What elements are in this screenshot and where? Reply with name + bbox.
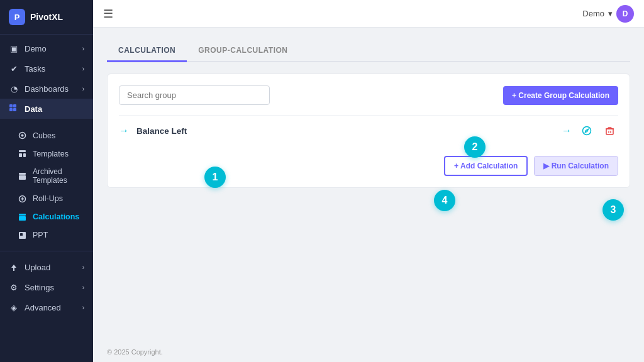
dropdown-icon: ▾ [608,9,613,18]
advanced-icon: ◈ [9,303,19,313]
svg-rect-12 [19,214,26,216]
logo-text: PivotXL [30,12,63,22]
sidebar-item-calculations-label: Calculations [33,212,79,221]
svg-rect-9 [19,173,26,175]
svg-rect-6 [19,150,26,152]
bubble-3: 3 [602,199,624,221]
sidebar-item-templates-label: Templates [33,150,69,158]
svg-rect-0 [9,104,13,107]
settings-icon: ⚙ [9,283,19,293]
chevron-icon: › [82,264,84,271]
sidebar-item-settings-label: Settings [25,283,54,292]
delete-calculation-button[interactable] [601,122,618,140]
chevron-icon: › [82,65,84,72]
svg-point-5 [21,134,24,137]
footer-copyright: © 2025 Copyright. [93,342,644,362]
edit-calculation-button[interactable] [578,122,596,140]
chevron-icon: › [82,284,84,291]
sidebar-main-items: ▣ Demo › ✔ Tasks › ◔ Dashboards › Data [0,35,93,123]
roll-ups-icon [18,194,27,204]
sidebar-item-upload[interactable]: Upload › [0,258,93,278]
chevron-icon: › [82,85,84,92]
content-wrapper: 1 2 3 4 + Create Group Calculation → Bal… [107,74,630,188]
svg-rect-2 [13,104,16,107]
bubble-2: 2 [464,136,486,158]
user-menu[interactable]: Demo ▾ D [582,5,634,23]
sidebar-item-dashboards[interactable]: ◔ Dashboards › [0,79,93,99]
sidebar-bottom-items: Upload › ⚙ Settings › ◈ Advanced › [0,254,93,322]
sidebar-item-roll-ups-label: Roll-Ups [33,194,63,203]
bubble-4: 4 [434,190,455,211]
sidebar: P PivotXL ▣ Demo › ✔ Tasks › ◔ Dashboard… [0,0,93,362]
svg-rect-17 [606,129,613,134]
calculation-card: + Create Group Calculation → Balance Lef… [107,74,630,188]
row-actions: → [562,122,618,140]
tab-calculation[interactable]: CALCULATION [107,40,187,62]
svg-rect-7 [19,153,22,157]
upload-icon [9,263,19,273]
sidebar-item-demo-label: Demo [25,44,47,53]
divider [0,251,93,251]
archived-templates-icon [18,172,27,181]
arrow-icon-2: → [562,125,572,136]
calculations-icon [18,212,27,222]
templates-icon [18,149,27,158]
sidebar-item-settings[interactable]: ⚙ Settings › [0,278,93,298]
sidebar-item-demo[interactable]: ▣ Demo › [0,38,93,58]
dashboards-icon: ◔ [9,84,19,94]
run-calculation-button[interactable]: ▶ Run Calculation [534,156,618,176]
tasks-icon: ✔ [9,63,19,74]
table-row: → Balance Left → [119,115,618,146]
content-area: CALCULATION GROUP-CALCULATION 1 2 3 4 + … [93,28,644,342]
svg-point-16 [583,127,591,135]
logo[interactable]: P PivotXL [0,0,93,35]
sidebar-item-archived-templates-label: ArchivedTemplates [33,167,67,185]
ppt-icon [18,231,27,240]
card-top: + Create Group Calculation [119,85,618,105]
sidebar-item-cubes[interactable]: Cubes [0,126,93,145]
svg-rect-13 [19,216,26,221]
logo-icon: P [9,9,25,25]
sidebar-item-templates[interactable]: Templates [0,145,93,163]
user-name: Demo [582,9,604,18]
tab-group-calculation[interactable]: GROUP-CALCULATION [187,40,299,62]
svg-rect-8 [23,153,26,157]
sidebar-item-ppt[interactable]: PPT [0,226,93,244]
sidebar-item-calculations[interactable]: Calculations [0,208,93,226]
sidebar-item-advanced[interactable]: ◈ Advanced › [0,298,93,318]
arrow-icon: → [119,125,129,136]
main-content: ☰ Demo ▾ D CALCULATION GROUP-CALCULATION… [93,0,644,362]
sidebar-item-archived-templates[interactable]: ArchivedTemplates [0,163,93,190]
cubes-icon [18,131,27,140]
sidebar-item-data[interactable]: Data [0,99,93,119]
data-icon [9,104,19,114]
sidebar-item-tasks-label: Tasks [25,64,45,74]
sidebar-sub-items: Cubes Templates ArchivedTemplates Roll-U… [0,123,93,248]
sidebar-item-upload-label: Upload [25,263,50,272]
hamburger-button[interactable]: ☰ [103,7,113,21]
topbar: ☰ Demo ▾ D [93,0,644,28]
search-group-input[interactable] [119,85,270,105]
sidebar-item-roll-ups[interactable]: Roll-Ups [0,190,93,208]
demo-icon: ▣ [9,43,19,53]
chevron-icon: › [82,45,84,52]
sidebar-item-cubes-label: Cubes [33,131,55,140]
tabs: CALCULATION GROUP-CALCULATION [107,40,630,62]
avatar: D [616,5,634,23]
chevron-icon: › [82,304,84,311]
svg-rect-3 [13,108,16,111]
bubble-1: 1 [204,167,226,188]
add-calculation-button[interactable]: + Add Calculation [444,156,528,176]
sidebar-item-tasks[interactable]: ✔ Tasks › [0,58,93,79]
create-group-calculation-button[interactable]: + Create Group Calculation [503,86,618,105]
svg-rect-1 [9,108,13,111]
card-actions: + Add Calculation ▶ Run Calculation [119,156,618,176]
sidebar-item-dashboards-label: Dashboards [25,84,69,94]
sidebar-item-ppt-label: PPT [33,231,48,239]
row-label: Balance Left [136,126,562,136]
svg-rect-15 [20,233,23,236]
sidebar-item-data-label: Data [25,104,42,114]
sidebar-item-advanced-label: Advanced [25,303,61,312]
svg-rect-10 [19,175,26,180]
topbar-right: Demo ▾ D [582,5,634,23]
